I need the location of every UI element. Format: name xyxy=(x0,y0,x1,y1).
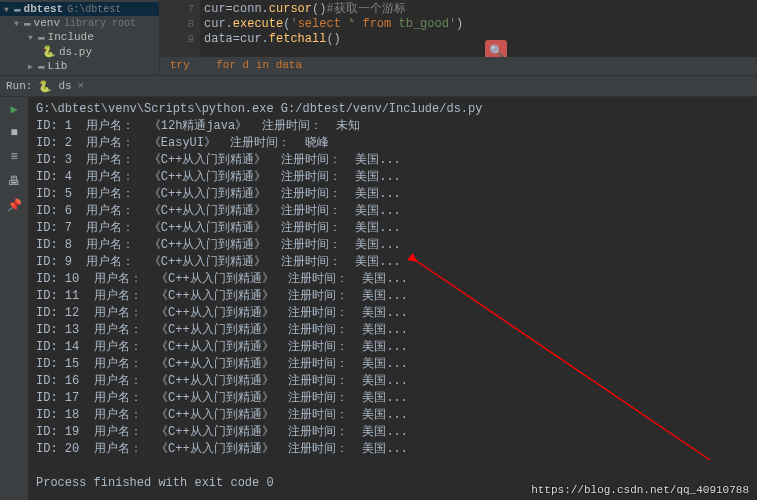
line-gutter: 7 8 9 xyxy=(160,0,200,60)
chevron-down-icon: ▼ xyxy=(28,33,38,42)
chevron-down-icon: ▼ xyxy=(14,19,24,28)
chevron-down-icon: ▼ xyxy=(4,5,14,14)
breadcrumb-hint: try for d in data xyxy=(160,57,757,75)
folder-icon: ▬ xyxy=(38,31,45,43)
rerun-icon[interactable]: ▶ xyxy=(6,101,22,117)
pin-icon[interactable]: 📌 xyxy=(6,197,22,213)
include-folder[interactable]: ▼ ▬ Include xyxy=(0,30,159,44)
run-label: Run: xyxy=(6,80,32,92)
code-body[interactable]: cur=conn.cursor()#获取一个游标cur.execute('sel… xyxy=(204,2,463,47)
console-output[interactable]: G:\dbtest\venv\Scripts\python.exe G:/dbt… xyxy=(28,97,757,500)
file-item[interactable]: 🐍 ds.py xyxy=(0,44,159,59)
python-file-icon: 🐍 xyxy=(38,80,52,93)
run-tool-header: Run: 🐍 ds × xyxy=(0,75,757,97)
hint-for: for d in data xyxy=(216,59,302,71)
folder-label: Lib xyxy=(48,60,68,72)
watermark: https://blog.csdn.net/qq_40910788 xyxy=(531,484,749,496)
folder-icon: ▬ xyxy=(14,3,21,15)
folder-icon: ▬ xyxy=(38,60,45,72)
venv-folder[interactable]: ▼ ▬ venv library root xyxy=(0,16,159,30)
folder-note: library root xyxy=(64,18,136,29)
project-path: G:\dbtest xyxy=(67,4,121,15)
print-icon[interactable]: 🖶 xyxy=(6,173,22,189)
chevron-right-icon: ▶ xyxy=(28,62,38,71)
folder-icon: ▬ xyxy=(24,17,31,29)
stop-icon[interactable]: ■ xyxy=(6,125,22,141)
line-number: 8 xyxy=(166,17,194,32)
run-toolbar: ▶ ■ ≡ 🖶 📌 xyxy=(0,97,28,500)
project-tree[interactable]: ▼ ▬ dbtest G:\dbtest ▼ ▬ venv library ro… xyxy=(0,0,160,75)
close-icon[interactable]: × xyxy=(78,80,85,92)
line-number: 7 xyxy=(166,2,194,17)
line-number: 9 xyxy=(166,32,194,47)
project-name: dbtest xyxy=(24,3,64,15)
folder-label: venv xyxy=(34,17,60,29)
project-root[interactable]: ▼ ▬ dbtest G:\dbtest xyxy=(0,2,159,16)
folder-label: Include xyxy=(48,31,94,43)
code-editor[interactable]: 7 8 9 cur=conn.cursor()#获取一个游标cur.execut… xyxy=(160,0,757,75)
pause-icon[interactable]: ≡ xyxy=(6,149,22,165)
python-file-icon: 🐍 xyxy=(42,45,56,58)
hint-try: try xyxy=(170,59,190,71)
lib-folder[interactable]: ▶ ▬ Lib xyxy=(0,59,159,73)
file-label: ds.py xyxy=(59,46,92,58)
run-config: ds xyxy=(58,80,71,92)
